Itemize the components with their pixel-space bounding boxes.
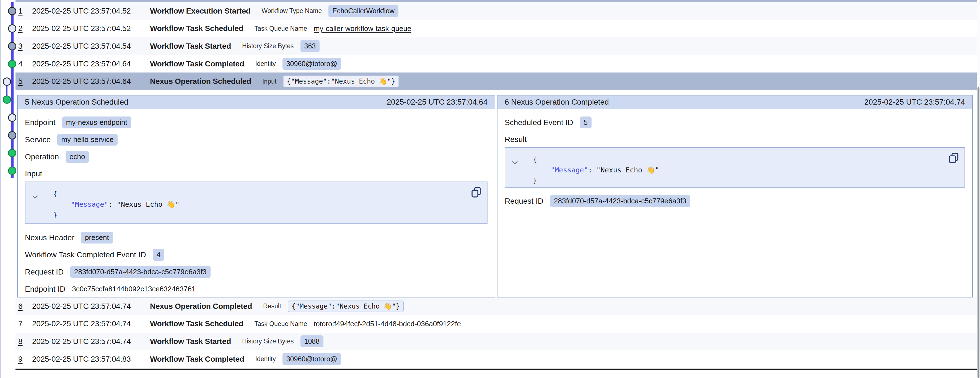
event-detail-panel-completed: 6 Nexus Operation Completed 2025-02-25 U… [497,95,973,297]
timeline-event-dot-10[interactable] [8,167,16,175]
event-attribute-label: Input [262,78,277,85]
event-row-2[interactable]: 22025-02-25 UTC 23:57:04.52Workflow Task… [16,20,977,38]
event-id-link[interactable]: 8 [18,337,28,346]
field-value-badge: 283fd070-d57a-4423-bdca-c5c779e6a3f3 [70,266,210,278]
timeline-event-dot-1[interactable] [8,7,16,15]
event-attribute-badge: 30960@totoro@ [283,58,341,70]
timeline-event-dot-9[interactable] [8,149,16,157]
event-row-1[interactable]: 12025-02-25 UTC 23:57:04.52Workflow Exec… [16,2,977,20]
event-row-4[interactable]: 42025-02-25 UTC 23:57:04.64Workflow Task… [16,55,977,73]
timeline-event-dot-2[interactable] [8,24,16,33]
timeline-event-dot-6[interactable] [3,96,11,104]
field-label: Operation [25,153,59,161]
event-rows-bottom: 62025-02-25 UTC 23:57:04.74Nexus Operati… [16,297,977,368]
json-key: "Message" [71,200,108,208]
panel-title: 5 Nexus Operation Scheduled [25,98,128,107]
field-service: Service my-hello-service [25,133,487,146]
event-name: Nexus Operation Scheduled [150,77,251,86]
event-id-link[interactable]: 7 [18,319,28,328]
event-row-9[interactable]: 92025-02-25 UTC 23:57:04.83Workflow Task… [16,350,977,368]
event-row-3[interactable]: 32025-02-25 UTC 23:57:04.54Workflow Task… [16,37,977,55]
field-label: Endpoint [25,118,56,127]
input-section-label: Input [25,168,487,178]
field-value-badge: my-hello-service [57,134,117,145]
json-value: "Nexus Echo 👋" [597,166,659,174]
event-row-8[interactable]: 82025-02-25 UTC 23:57:04.74Workflow Task… [16,333,977,350]
field-label: Request ID [505,197,543,206]
field-value-badge: present [81,231,113,244]
field-request-id: Request ID 283fd070-d57a-4423-bdca-c5c77… [505,195,965,207]
event-id-link[interactable]: 9 [18,355,28,364]
event-attribute-json-chip: {"Message":"Nexus Echo 👋"} [288,300,404,312]
endpoint-id-link[interactable]: 3c0c75ccfa8144b092c13ce632463761 [72,285,196,293]
event-name: Workflow Task Started [150,42,231,51]
event-attribute-label: History Size Bytes [242,42,294,50]
event-name: Workflow Execution Started [150,6,251,16]
event-name: Workflow Task Scheduled [150,319,243,328]
event-attribute-link[interactable]: my-caller-workflow-task-queue [314,24,411,33]
field-operation: Operation echo [25,150,487,163]
bottom-divider [16,368,977,370]
field-label: Workflow Task Completed Event ID [25,250,146,259]
panel-header: 5 Nexus Operation Scheduled 2025-02-25 U… [18,96,495,109]
panel-body: Endpoint my-nexus-endpoint Service my-he… [18,109,495,297]
event-timestamp: 2025-02-25 UTC 23:57:04.52 [32,6,150,16]
event-name: Nexus Operation Completed [150,302,252,311]
field-label: Request ID [25,268,64,276]
event-detail-panel-scheduled: 5 Nexus Operation Scheduled 2025-02-25 U… [17,95,495,297]
field-request-id: Request ID 283fd070-d57a-4423-bdca-c5c77… [25,266,487,278]
event-id-link[interactable]: 2 [18,24,28,33]
event-row-7[interactable]: 72025-02-25 UTC 23:57:04.74Workflow Task… [16,315,977,333]
field-scheduled-event-id: Scheduled Event ID 5 [505,116,965,129]
event-timestamp: 2025-02-25 UTC 23:57:04.74 [32,302,150,311]
event-timestamp: 2025-02-25 UTC 23:57:04.83 [32,355,150,364]
field-value-badge: 5 [580,116,592,128]
panel-header: 6 Nexus Operation Completed 2025-02-25 U… [498,96,972,109]
event-id-link[interactable]: 6 [18,302,28,311]
timeline-event-dot-3[interactable] [8,42,16,50]
field-value-badge: my-nexus-endpoint [62,116,131,128]
event-id-link[interactable]: 3 [18,42,28,51]
event-attribute-label: History Size Bytes [242,338,294,345]
json-value: "Nexus Echo 👋" [117,200,180,208]
event-id-link[interactable]: 5 [18,77,28,86]
event-timestamp: 2025-02-25 UTC 23:57:04.64 [32,77,150,86]
event-history-table: 12025-02-25 UTC 23:57:04.52Workflow Exec… [16,0,977,370]
json-line-kv: "Message": "Nexus Echo 👋" [53,199,480,210]
event-timestamp: 2025-02-25 UTC 23:57:04.64 [32,59,150,69]
result-section-label: Result [505,133,965,144]
timeline-event-dot-8[interactable] [8,131,16,139]
json-colon: : [108,200,116,208]
vertical-scrollbar[interactable] [977,2,980,378]
field-label: Scheduled Event ID [505,118,573,127]
field-workflow-task-completed-event-id: Workflow Task Completed Event ID 4 [25,249,487,261]
copy-icon[interactable] [470,187,482,198]
event-id-link[interactable]: 1 [18,6,28,16]
event-attribute-badge: 363 [301,40,320,52]
event-attribute-label: Result [263,303,281,310]
scrollbar-thumb[interactable] [977,87,980,378]
panel-body: Scheduled Event ID 5 Result { "Message":… [498,109,972,212]
event-rows-top: 12025-02-25 UTC 23:57:04.52Workflow Exec… [16,2,977,90]
table-header-sliver [16,0,977,2]
timeline-event-dot-4[interactable] [8,60,16,68]
event-id-link[interactable]: 4 [18,59,28,69]
json-line-kv: "Message": "Nexus Echo 👋" [533,165,957,175]
timeline-event-dot-7[interactable] [8,113,16,122]
json-key: "Message" [550,166,588,174]
panel-timestamp: 2025-02-25 UTC 23:57:04.64 [387,98,487,107]
field-endpoint: Endpoint my-nexus-endpoint [25,116,487,129]
input-json-viewer: { "Message": "Nexus Echo 👋" } [25,182,487,223]
result-json-viewer: { "Message": "Nexus Echo 👋" } [505,147,965,188]
chevron-down-icon[interactable] [32,191,38,202]
event-attribute-link[interactable]: totoro:f494fecf-2d51-4d48-bdcd-036a0f912… [314,320,461,328]
event-row-5[interactable]: 52025-02-25 UTC 23:57:04.64Nexus Operati… [16,72,977,90]
chevron-down-icon[interactable] [512,157,518,168]
event-timestamp: 2025-02-25 UTC 23:57:04.74 [32,319,150,328]
event-row-6[interactable]: 62025-02-25 UTC 23:57:04.74Nexus Operati… [16,297,977,315]
timeline-event-dot-5[interactable] [3,78,11,86]
copy-icon[interactable] [948,152,959,164]
field-label: Endpoint ID [25,285,65,293]
event-attribute-badge: 1088 [301,335,324,347]
event-attribute-json-chip: {"Message":"Nexus Echo 👋"} [283,75,399,87]
